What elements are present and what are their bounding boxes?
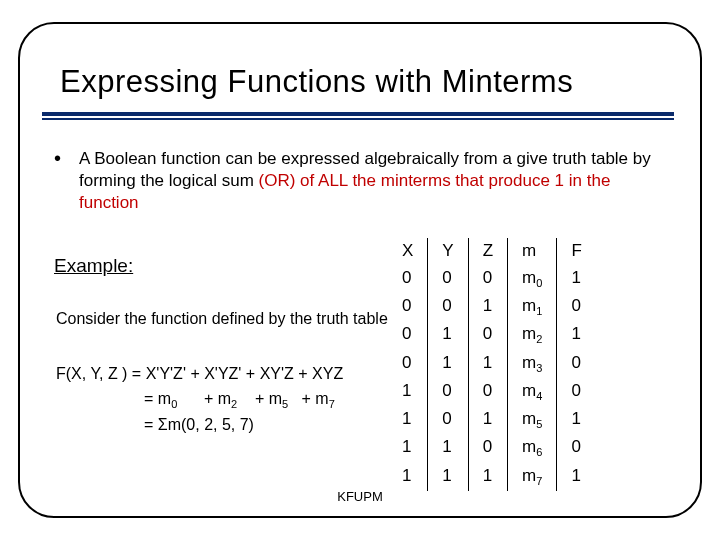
th-m: m [508,238,557,265]
th-z: Z [468,238,507,265]
cell-x: 1 [388,434,428,462]
fx-l2-pre: = m [144,390,171,407]
table-header-row: X Y Z m F [388,238,596,265]
fx-line1: F(X, Y, Z ) = X'Y'Z' + X'YZ' + XY'Z + XY… [56,365,343,382]
example-label: Example: [54,255,133,277]
th-x: X [388,238,428,265]
cell-x: 0 [388,350,428,378]
fx-l2-m1: + m [177,390,231,407]
m-sym: m [522,381,536,400]
cell-z: 0 [468,434,507,462]
cell-m: m1 [508,293,557,321]
table-row: 010m21 [388,321,596,349]
table-row: 011m30 [388,350,596,378]
cell-z: 1 [468,406,507,434]
cell-f: 1 [557,406,596,434]
table-row: 001m10 [388,293,596,321]
cell-x: 1 [388,406,428,434]
slide: Expressing Functions with Minterms • A B… [0,0,720,540]
cell-m: m2 [508,321,557,349]
m-idx: 7 [536,475,542,487]
truth-table: X Y Z m F 000m01 001m10 010m21 011m30 10… [388,238,596,491]
cell-f: 0 [557,378,596,406]
cell-f: 0 [557,293,596,321]
bullet-dot-icon: • [54,148,61,168]
cell-m: m5 [508,406,557,434]
cell-f: 0 [557,350,596,378]
cell-m: m3 [508,350,557,378]
cell-f: 1 [557,265,596,293]
m-sym: m [522,268,536,287]
fx-l2-s7: 7 [329,398,335,410]
table-row: 000m01 [388,265,596,293]
m-idx: 4 [536,390,542,402]
cell-f: 1 [557,321,596,349]
cell-z: 0 [468,378,507,406]
cell-x: 0 [388,293,428,321]
bullet-text: A Boolean function can be expressed alge… [79,148,664,213]
cell-y: 0 [428,406,468,434]
function-block: F(X, Y, Z ) = X'Y'Z' + X'YZ' + XY'Z + XY… [56,362,343,438]
m-idx: 3 [536,362,542,374]
m-idx: 0 [536,277,542,289]
table-row: 111m71 [388,463,596,491]
cell-x: 1 [388,463,428,491]
cell-m: m7 [508,463,557,491]
table-row: 100m40 [388,378,596,406]
cell-y: 1 [428,321,468,349]
m-idx: 1 [536,306,542,318]
th-f: F [557,238,596,265]
fx-line3: = Σm(0, 2, 5, 7) [56,413,343,438]
cell-y: 0 [428,293,468,321]
m-sym: m [522,409,536,428]
cell-z: 0 [468,321,507,349]
slide-title: Expressing Functions with Minterms [60,64,573,100]
cell-z: 1 [468,463,507,491]
m-idx: 5 [536,419,542,431]
cell-x: 0 [388,321,428,349]
m-sym: m [522,353,536,372]
cell-y: 1 [428,434,468,462]
cell-m: m4 [508,378,557,406]
m-idx: 6 [536,447,542,459]
m-idx: 2 [536,334,542,346]
cell-y: 1 [428,463,468,491]
table-row: 101m51 [388,406,596,434]
m-sym: m [522,324,536,343]
bullet-item: • A Boolean function can be expressed al… [54,148,664,213]
fx-line2: = m0 + m2 + m5 + m7 [56,387,343,413]
cell-y: 0 [428,378,468,406]
footer-text: KFUPM [0,489,720,504]
cell-z: 1 [468,293,507,321]
m-sym: m [522,437,536,456]
fx-l2-m2: + m [237,390,282,407]
table-row: 110m60 [388,434,596,462]
cell-x: 0 [388,265,428,293]
th-y: Y [428,238,468,265]
bullet-or: (OR) of ALL the minterms that produce [259,171,555,190]
cell-f: 1 [557,463,596,491]
cell-m: m6 [508,434,557,462]
m-sym: m [522,466,536,485]
cell-y: 1 [428,350,468,378]
m-sym: m [522,296,536,315]
cell-x: 1 [388,378,428,406]
title-rule [42,112,674,120]
cell-f: 0 [557,434,596,462]
cell-m: m0 [508,265,557,293]
cell-z: 0 [468,265,507,293]
fx-l2-m3: + m [288,390,328,407]
cell-y: 0 [428,265,468,293]
cell-z: 1 [468,350,507,378]
consider-text: Consider the function defined by the tru… [56,310,388,328]
